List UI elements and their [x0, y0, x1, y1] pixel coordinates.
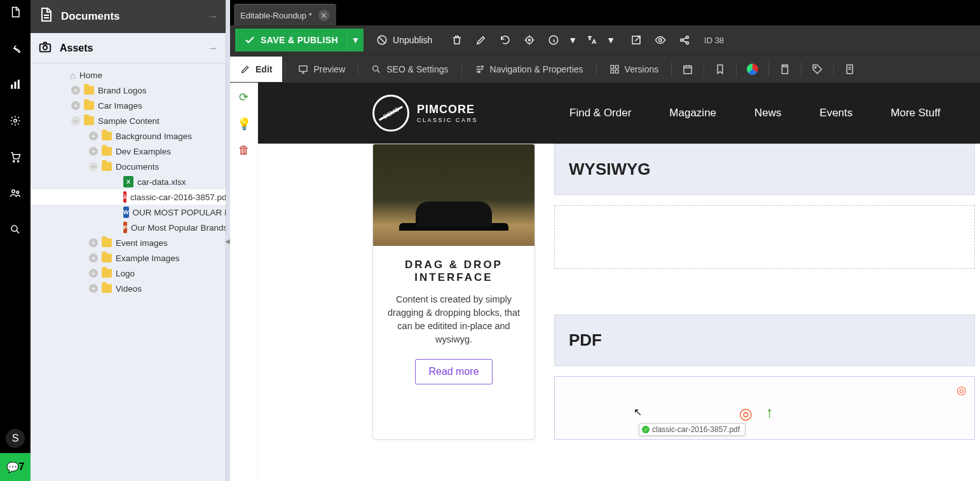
tree-item-home[interactable]: ⌂ Home — [31, 67, 226, 83]
folder-icon — [102, 284, 112, 293]
svg-point-10 — [43, 45, 47, 49]
tree-item-dev-examples[interactable]: + Dev Examples — [31, 144, 226, 159]
tree-file-doc[interactable]: W OUR MOST POPULAR BRANDS — [31, 205, 226, 220]
tree-item-sample-content[interactable]: − Sample Content — [31, 113, 226, 128]
expand-icon[interactable]: + — [71, 101, 80, 110]
chart-icon[interactable] — [10, 79, 21, 93]
open-button[interactable] — [624, 29, 648, 51]
expand-icon[interactable]: + — [89, 132, 98, 140]
editor-body: ⟳ 💡 🗑 DEMO PIMCORE CLASSIC CARS Find & O… — [230, 83, 980, 481]
collapse-arrow-icon[interactable]: → — [208, 11, 218, 22]
tab-nav-props[interactable]: Navigation & Properties — [465, 57, 594, 82]
nav-news[interactable]: News — [754, 107, 782, 119]
tab-preview[interactable]: Preview — [288, 57, 355, 82]
folder-icon — [84, 86, 94, 95]
cart-icon[interactable] — [10, 151, 21, 166]
reload-button[interactable] — [493, 29, 517, 51]
tree-item-documents-folder[interactable]: − Documents — [31, 159, 226, 174]
section-header-wysiwyg: WYSIWYG — [554, 144, 975, 195]
expand-icon[interactable]: + — [71, 86, 80, 95]
save-dropdown-button[interactable]: ▼ — [347, 29, 364, 51]
visibility-button[interactable] — [648, 29, 672, 51]
target-button[interactable] — [517, 29, 541, 51]
nav-magazine[interactable]: Magazine — [669, 107, 716, 119]
document-tab[interactable]: Editable-Roundup * ✕ — [234, 4, 336, 25]
share-button[interactable] — [672, 29, 697, 51]
read-more-button[interactable]: Read more — [415, 359, 492, 384]
delete-button[interactable] — [445, 29, 469, 51]
nav-find-order[interactable]: Find & Order — [569, 107, 631, 119]
collapse-icon[interactable]: − — [89, 162, 98, 171]
target-corner-icon[interactable]: ◎ — [956, 383, 967, 397]
camera-icon — [38, 40, 52, 57]
tree-file-xls[interactable]: X car-data.xlsx — [31, 174, 226, 189]
tab-edit[interactable]: Edit — [230, 57, 282, 82]
nav-events[interactable]: Events — [820, 107, 853, 119]
trash-icon[interactable]: 🗑 — [238, 144, 250, 157]
drag-ghost-chip: ✓ classic-car-2016-3857.pdf — [639, 423, 745, 436]
tree-item-videos[interactable]: + Videos — [31, 281, 226, 296]
nav-more-stuff[interactable]: More Stuff — [891, 107, 941, 119]
tab-schedule[interactable] — [674, 57, 701, 82]
unpublish-button[interactable]: Unpublish — [370, 29, 439, 51]
tab-targeting[interactable] — [739, 57, 766, 82]
bulb-icon[interactable]: 💡 — [237, 117, 251, 131]
tree-file-pdf[interactable]: λ classic-car-2016-3857.pdf — [31, 189, 226, 205]
svg-point-3 — [14, 119, 17, 123]
expand-icon[interactable]: + — [89, 238, 98, 247]
chat-count: 7 — [19, 461, 25, 473]
svg-rect-2 — [18, 80, 20, 89]
collapse-arrow-icon[interactable]: → — [208, 43, 218, 54]
tab-seo[interactable]: SEO & Settings — [361, 57, 458, 82]
panel-splitter[interactable] — [226, 0, 230, 481]
users-icon[interactable] — [10, 187, 21, 202]
tree-item-example-images[interactable]: + Example Images — [31, 250, 226, 266]
collapse-icon[interactable]: − — [71, 116, 80, 125]
documents-panel-header[interactable]: Documents → — [31, 0, 226, 33]
expand-icon[interactable]: + — [89, 254, 98, 262]
asset-tree: ⌂ Home + Brand Logos + Car Images − Samp… — [31, 64, 226, 481]
info-button[interactable] — [541, 29, 566, 51]
home-icon: ⌂ — [70, 70, 76, 81]
tab-bookmark[interactable] — [707, 57, 733, 82]
pdf-dropzone[interactable]: ◎ ↖ ◎ ↑ ✓ classic-car-2016-3857.pdf — [554, 376, 975, 440]
expand-icon[interactable]: + — [89, 284, 98, 293]
pie-icon — [747, 64, 758, 75]
tab-label: SEO & Settings — [386, 64, 448, 74]
assets-panel-header[interactable]: Assets → — [31, 33, 226, 64]
translate-dropdown[interactable]: ▼ — [604, 29, 618, 51]
editor-canvas[interactable]: DEMO PIMCORE CLASSIC CARS Find & Order M… — [258, 83, 980, 481]
primary-toolbar: SAVE & PUBLISH ▼ Unpublish ▼ ▼ ID 38 — [230, 25, 980, 55]
file-icon[interactable] — [10, 6, 21, 21]
tab-tags[interactable] — [804, 57, 831, 82]
tab-workflow[interactable] — [836, 57, 863, 82]
close-tab-icon[interactable]: ✕ — [318, 10, 330, 21]
translate-button[interactable] — [580, 29, 604, 51]
tab-versions[interactable]: Versions — [599, 57, 669, 82]
tree-item-logo[interactable]: + Logo — [31, 266, 226, 281]
expand-icon[interactable]: + — [89, 147, 98, 156]
chat-notifications[interactable]: 💬7 — [0, 453, 31, 481]
tab-notes[interactable] — [772, 57, 798, 82]
documents-panel-title: Documents — [61, 10, 120, 23]
symfony-icon[interactable]: S — [6, 429, 25, 448]
save-publish-button[interactable]: SAVE & PUBLISH — [235, 29, 347, 51]
wysiwyg-dropzone[interactable] — [554, 205, 975, 269]
tree-item-car-images[interactable]: + Car Images — [31, 98, 226, 113]
site-brand[interactable]: DEMO PIMCORE CLASSIC CARS — [372, 95, 478, 132]
rename-button[interactable] — [469, 29, 493, 51]
svg-point-13 — [529, 39, 531, 41]
refresh-icon[interactable]: ⟳ — [239, 90, 248, 104]
drop-target-icon: ◎ — [739, 405, 752, 423]
search-icon[interactable] — [10, 224, 21, 238]
wrench-icon[interactable] — [10, 43, 21, 57]
tree-item-event-images[interactable]: + Event images — [31, 235, 226, 250]
tree-label: Home — [79, 71, 102, 80]
gear-icon[interactable] — [10, 115, 21, 130]
expand-icon[interactable]: + — [89, 269, 98, 278]
tree-item-background-images[interactable]: + Background Images — [31, 128, 226, 144]
info-dropdown[interactable]: ▼ — [566, 29, 580, 51]
svg-point-22 — [481, 65, 483, 67]
tree-file-ppt[interactable]: P Our Most Popular Brands.pptx — [31, 220, 226, 235]
tree-item-brand-logos[interactable]: + Brand Logos — [31, 83, 226, 98]
